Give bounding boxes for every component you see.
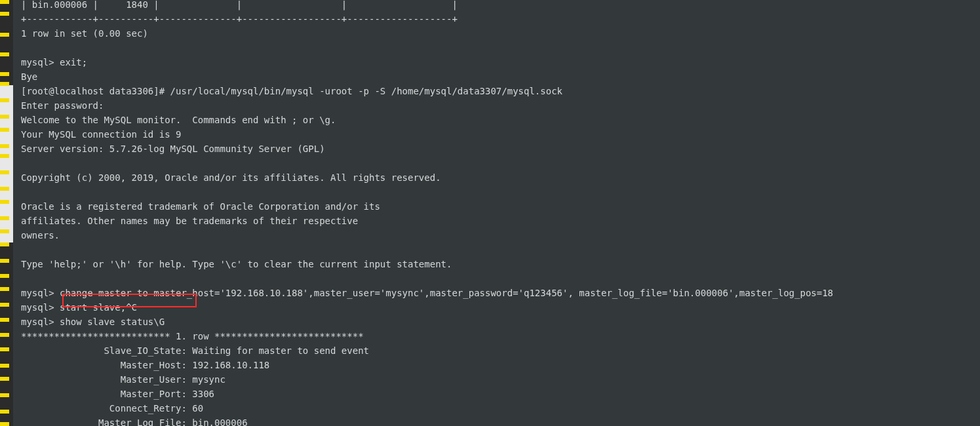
minimap-change-marker [0, 144, 9, 148]
minimap-change-marker [0, 12, 9, 16]
terminal-line: Master_User: mysync [21, 372, 225, 387]
minimap-change-marker [0, 287, 9, 291]
minimap-change-marker [0, 128, 9, 132]
terminal-line: mysql> exit; [21, 55, 87, 69]
terminal-line: Master_Port: 3306 [21, 387, 214, 401]
terminal-line: Slave_IO_State: Waiting for master to se… [21, 343, 369, 358]
terminal-line: owners. [21, 228, 60, 242]
terminal-window: | bin.000006 | 1840 | | | |+------------… [0, 0, 980, 426]
terminal-line: *************************** 1. row *****… [21, 329, 364, 343]
terminal-output[interactable]: | bin.000006 | 1840 | | | |+------------… [21, 0, 980, 426]
minimap-change-marker [0, 154, 9, 158]
minimap-change-marker [0, 229, 9, 233]
terminal-line: Copyright (c) 2000, 2019, Oracle and/or … [21, 170, 441, 185]
minimap-change-marker [0, 216, 9, 220]
terminal-line: Master_Host: 192.168.10.118 [21, 358, 269, 372]
minimap[interactable] [0, 0, 13, 426]
terminal-line: [root@localhost data3306]# /usr/local/my… [21, 84, 562, 98]
minimap-change-marker [0, 242, 9, 246]
terminal-line: Server version: 5.7.26-log MySQL Communi… [21, 142, 325, 156]
terminal-line: Bye [21, 69, 37, 84]
terminal-line: mysql> start slave;^C [21, 300, 137, 315]
terminal-line: Welcome to the MySQL monitor. Commands e… [21, 113, 336, 127]
minimap-change-marker [0, 82, 9, 86]
minimap-change-marker [0, 393, 9, 397]
minimap-change-marker [0, 0, 9, 4]
terminal-line: Type 'help;' or '\h' for help. Type '\c'… [21, 257, 452, 271]
minimap-change-marker [0, 422, 9, 426]
terminal-line: Oracle is a registered trademark of Orac… [21, 199, 380, 214]
terminal-line: +------------+----------+--------------+… [21, 12, 458, 26]
terminal-line: 1 row in set (0.00 sec) [21, 26, 148, 41]
minimap-change-marker [0, 377, 9, 381]
minimap-change-marker [0, 333, 9, 337]
minimap-change-marker [0, 115, 9, 119]
minimap-change-marker [0, 303, 9, 307]
minimap-change-marker [0, 200, 9, 204]
minimap-change-marker [0, 170, 9, 174]
minimap-change-marker [0, 98, 9, 102]
minimap-change-marker [0, 187, 9, 191]
minimap-change-marker [0, 72, 9, 76]
minimap-change-marker [0, 347, 9, 351]
terminal-line: affiliates. Other names may be trademark… [21, 214, 358, 228]
terminal-line: mysql> show slave status\G [21, 315, 165, 329]
terminal-line: mysql> change master to master_host='192… [21, 286, 833, 300]
terminal-line: Connect_Retry: 60 [21, 401, 203, 416]
minimap-change-marker [0, 274, 9, 278]
minimap-change-marker [0, 364, 9, 368]
gutter [13, 0, 21, 426]
minimap-change-marker [0, 33, 9, 37]
minimap-change-marker [0, 259, 9, 263]
terminal-line: Enter password: [21, 98, 109, 113]
terminal-line: Master_Log_File: bin.000006 [21, 416, 248, 426]
minimap-change-marker [0, 318, 9, 322]
terminal-line: Your MySQL connection id is 9 [21, 127, 181, 142]
minimap-change-marker [0, 410, 9, 414]
terminal-line: | bin.000006 | 1840 | | | | [21, 0, 458, 12]
minimap-change-marker [0, 52, 9, 56]
